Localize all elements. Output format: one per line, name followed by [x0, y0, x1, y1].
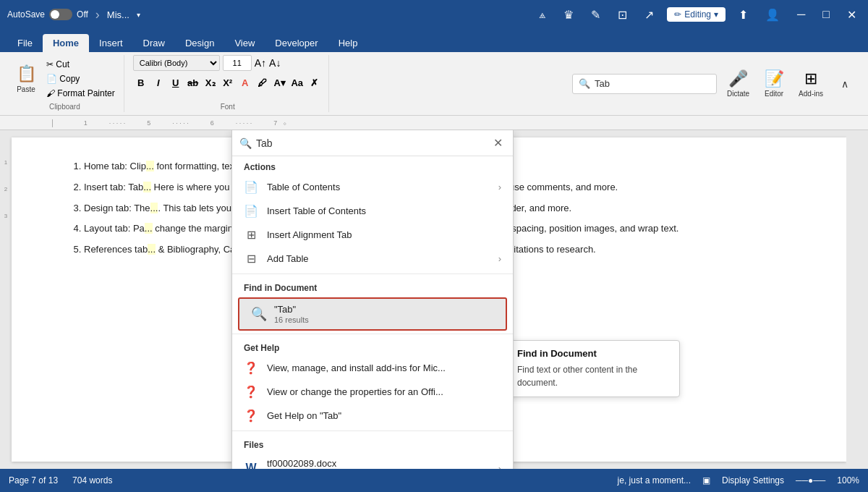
close-btn[interactable]: ✕ [843, 7, 861, 23]
font-size-down-icon[interactable]: A↓ [269, 57, 281, 69]
ruler-mark5: ⬦ [283, 119, 286, 127]
help1-icon: ❓ [244, 361, 258, 375]
tab-file[interactable]: File [7, 34, 43, 52]
divider3 [232, 430, 513, 431]
share-icon[interactable]: ↗ [640, 7, 658, 23]
menu-item-help1[interactable]: ❓ View, manage, and install add-ins for … [232, 356, 513, 380]
strikethrough-button[interactable]: ab [185, 75, 201, 90]
format-painter-button[interactable]: 🖌 Format Painter [43, 87, 118, 100]
paste-button[interactable]: 📋 Paste [12, 63, 41, 94]
insert-toc-icon: 📄 [244, 204, 258, 218]
menu-item-help2[interactable]: ❓ View or change the properties for an O… [232, 380, 513, 404]
clipboard-content: 📋 Paste ✂ Cut 📄 Copy 🖌 Format Painter [12, 55, 118, 103]
search-icon[interactable]: ⟁ [535, 7, 550, 22]
subscript-button[interactable]: X₂ [203, 75, 218, 90]
maximize-btn[interactable]: □ [818, 7, 834, 22]
font-size-input[interactable] [223, 55, 252, 71]
tab-home[interactable]: Home [43, 34, 89, 52]
font-size-up-icon[interactable]: A↑ [255, 57, 266, 69]
tab-design[interactable]: Design [175, 34, 224, 52]
bold-button[interactable]: B [133, 75, 149, 90]
menu-item-toc-label: Table of Contents [267, 182, 340, 192]
font-name-select[interactable]: Calibri (Body) [133, 55, 220, 71]
add-table-icon: ⊟ [244, 252, 258, 266]
filename-expand-icon[interactable]: ▾ [137, 11, 140, 19]
menu-item-file1[interactable]: W tf00002089.docx Downloads › [232, 453, 513, 469]
ruler-num6: 6 [210, 119, 214, 127]
toc-arrow-icon: › [498, 182, 501, 192]
clear-format-button[interactable]: ✗ [307, 75, 323, 90]
menu-item-add-table-label: Add Table [267, 253, 309, 264]
italic-button[interactable]: I [150, 75, 166, 90]
ruler-mark4: · · · · · [236, 119, 252, 127]
font-color-button[interactable]: A [237, 75, 253, 90]
highlight-button[interactable]: 🖊 [255, 75, 271, 90]
underline-button[interactable]: U [168, 75, 184, 90]
crown-icon[interactable]: ♛ [559, 7, 578, 23]
dictate-label: Dictate [727, 90, 749, 98]
pen-icon[interactable]: ✎ [587, 7, 605, 23]
find-doc-icon: 🔍 [251, 306, 265, 322]
menu-item-align-tab[interactable]: ⊞ Insert Alignment Tab [232, 223, 513, 247]
file1-icon: W [244, 462, 258, 469]
copy-button[interactable]: 📄 Copy [43, 72, 118, 85]
font-color2-button[interactable]: A▾ [272, 75, 288, 90]
tab-insert[interactable]: Insert [89, 34, 133, 52]
menu-item-help2-label: View or change the properties for an Off… [267, 386, 443, 397]
menu-item-toc[interactable]: 📄 Table of Contents › [232, 175, 513, 199]
tab-help[interactable]: Help [328, 34, 368, 52]
v-ruler: 123 [0, 130, 12, 469]
file1-arrow-icon: › [498, 463, 501, 470]
menu-item-align-tab-label: Insert Alignment Tab [267, 229, 352, 240]
menu-item-help3[interactable]: ❓ Get Help on "Tab" [232, 404, 513, 428]
tab-view[interactable]: View [224, 34, 265, 52]
find-result-content: "Tab" 16 results [274, 304, 309, 324]
person-icon[interactable]: 👤 [761, 7, 784, 23]
menu-item-insert-toc[interactable]: 📄 Insert Table of Contents [232, 199, 513, 223]
ruler-num5: 5 [147, 119, 150, 127]
main-area: 123 Home tab: Clip... font formatting, t… [0, 130, 868, 469]
zoom-slider[interactable]: ──●── [796, 475, 825, 485]
ribbon-tabs: File Home Insert Draw Design View Develo… [0, 29, 868, 52]
ruler-mark2: · · · · · [109, 119, 126, 127]
display-settings-icon[interactable]: ▣ [702, 475, 710, 485]
menu-item-find[interactable]: 🔍 "Tab" 16 results [238, 297, 507, 331]
cut-button[interactable]: ✂ Cut [43, 58, 118, 71]
autosave-toggle[interactable] [49, 9, 72, 20]
tab-developer[interactable]: Developer [265, 34, 328, 52]
status-right: je, just a moment... ▣ Display Settings … [618, 475, 859, 485]
clipboard-group: 📋 Paste ✂ Cut 📄 Copy 🖌 Format Painter Cl… [6, 55, 124, 112]
divider2 [232, 334, 513, 334]
addins-button[interactable]: ⊞ Add-ins [794, 68, 827, 99]
share2-icon[interactable]: ⬆ [734, 7, 752, 23]
help2-icon: ❓ [244, 385, 258, 399]
dictate-icon: 🎤 [728, 69, 748, 88]
filename[interactable]: Mis... [107, 9, 129, 20]
paste-label: Paste [17, 85, 35, 93]
search-input[interactable] [256, 137, 486, 149]
tab-draw[interactable]: Draw [133, 34, 175, 52]
ruler: │ 1 · · · · · 5 · · · · · 6 · · · · · 7 … [0, 116, 868, 130]
case-button[interactable]: Aa [289, 75, 305, 90]
ribbon-search-box[interactable]: 🔍 Tab [572, 74, 717, 94]
autosave-area[interactable]: AutoSave Off [7, 9, 88, 20]
ribbon-collapse-icon[interactable]: ∧ [833, 72, 856, 96]
file1-name: tf00002089.docx [267, 458, 336, 469]
clipboard-label: Clipboard [49, 103, 80, 112]
search-clear-icon[interactable]: ✕ [490, 135, 506, 151]
minimize-btn[interactable]: ─ [793, 7, 809, 22]
dropdown-menu: Actions 📄 Table of Contents › 📄 Insert T… [232, 156, 513, 469]
editing-button[interactable]: ✏ Editing ▾ [667, 7, 726, 22]
display-settings-label[interactable]: Display Settings [722, 475, 784, 485]
superscript-button[interactable]: X² [220, 75, 236, 90]
addins-label: Add-ins [799, 90, 823, 98]
ruler-mark: │ [51, 119, 55, 127]
search-input-row: 🔍 ✕ [232, 130, 513, 156]
menu-item-add-table[interactable]: ⊟ Add Table › [232, 247, 513, 271]
title-bar-left: AutoSave Off › Mis... ▾ [7, 7, 140, 22]
title-more-icon[interactable]: › [95, 7, 100, 22]
dictate-button[interactable]: 🎤 Dictate [723, 68, 754, 99]
restore-icon[interactable]: ⊡ [613, 7, 631, 23]
editor-button[interactable]: 📝 Editor [760, 68, 788, 99]
word-count: 704 words [72, 475, 112, 485]
